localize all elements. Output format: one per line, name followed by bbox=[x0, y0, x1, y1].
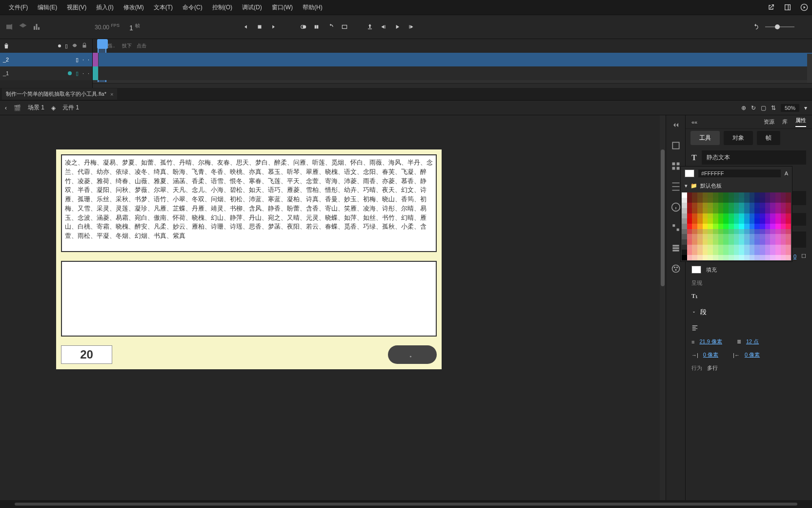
color-cell[interactable] bbox=[770, 255, 775, 260]
color-cell[interactable] bbox=[765, 224, 771, 229]
color-cell[interactable] bbox=[708, 208, 713, 213]
color-cell[interactable] bbox=[718, 255, 724, 260]
names-textbox[interactable]: 凌之、丹梅、凝易、梦夏、如蕾、孤竹、丹晴、尔梅、友春、思天、梦白、醉柔、问雁、听… bbox=[61, 154, 437, 252]
timeline-layer-2[interactable]: _1 ▯·· bbox=[0, 66, 92, 80]
color-cell[interactable] bbox=[739, 239, 744, 245]
color-cell[interactable] bbox=[739, 208, 744, 213]
color-cell[interactable] bbox=[703, 203, 708, 208]
color-cell[interactable] bbox=[739, 224, 744, 229]
color-cell[interactable] bbox=[682, 203, 687, 208]
color-cell[interactable] bbox=[682, 250, 687, 255]
color-cell[interactable] bbox=[786, 203, 791, 208]
color-cell[interactable] bbox=[760, 218, 765, 224]
color-cell[interactable] bbox=[703, 250, 708, 255]
color-cell[interactable] bbox=[786, 192, 791, 198]
section-paragraph[interactable]: 段 bbox=[686, 303, 812, 321]
lock-icon[interactable] bbox=[81, 42, 87, 49]
menu-window[interactable]: 窗口(W) bbox=[267, 3, 298, 12]
zoom-stepper-icon[interactable]: ⇅ bbox=[771, 105, 776, 111]
color-cell[interactable] bbox=[713, 224, 718, 229]
play-button-icon[interactable] bbox=[394, 23, 401, 30]
color-cell[interactable] bbox=[750, 213, 755, 219]
next-keyframe-icon[interactable] bbox=[270, 23, 277, 30]
timeline-frames[interactable]: 指.. 技下 点击 bbox=[93, 39, 812, 88]
color-cell[interactable] bbox=[775, 239, 781, 245]
color-cell[interactable] bbox=[775, 218, 781, 224]
color-cell[interactable] bbox=[760, 198, 765, 203]
color-cell[interactable] bbox=[786, 213, 791, 219]
color-cell[interactable] bbox=[687, 224, 692, 229]
color-cell[interactable] bbox=[744, 239, 750, 245]
color-cell[interactable] bbox=[723, 192, 729, 198]
outline-icon[interactable]: ▯ bbox=[65, 43, 68, 49]
color-cell[interactable] bbox=[687, 250, 692, 255]
color-cell[interactable] bbox=[697, 198, 703, 203]
dock-transform-icon[interactable] bbox=[671, 223, 681, 233]
color-cell[interactable] bbox=[750, 198, 755, 203]
color-cell[interactable] bbox=[781, 250, 786, 255]
camera-icon[interactable] bbox=[5, 22, 14, 31]
color-cell[interactable] bbox=[754, 198, 760, 203]
color-cell[interactable] bbox=[723, 213, 729, 219]
play-icon[interactable] bbox=[800, 3, 808, 11]
color-cell[interactable] bbox=[744, 218, 750, 224]
color-cell[interactable] bbox=[754, 250, 760, 255]
menu-debug[interactable]: 调试(D) bbox=[237, 3, 267, 12]
color-cell[interactable] bbox=[760, 224, 765, 229]
color-cell[interactable] bbox=[786, 218, 791, 224]
timeline-scrollbar[interactable] bbox=[93, 83, 812, 88]
color-cell[interactable] bbox=[734, 255, 739, 260]
color-cell[interactable] bbox=[770, 218, 775, 224]
stage-area[interactable]: 凌之、丹梅、凝易、梦夏、如蕾、孤竹、丹晴、尔梅、友春、思天、梦白、醉柔、问雁、听… bbox=[0, 115, 666, 508]
color-cell[interactable] bbox=[697, 203, 703, 208]
color-cell[interactable] bbox=[760, 234, 765, 239]
color-cell[interactable] bbox=[703, 234, 708, 239]
color-cell[interactable] bbox=[703, 192, 708, 198]
color-cell[interactable] bbox=[692, 229, 697, 234]
color-cell[interactable] bbox=[703, 208, 708, 213]
fit-icon[interactable] bbox=[800, 23, 807, 30]
color-cell[interactable] bbox=[765, 203, 771, 208]
auto-kern-checkbox[interactable]: ☐ bbox=[801, 253, 806, 259]
color-cell[interactable] bbox=[744, 255, 750, 260]
dock-align-icon[interactable] bbox=[671, 182, 681, 191]
color-cell[interactable] bbox=[729, 234, 734, 239]
stage-canvas[interactable]: 凌之、丹梅、凝易、梦夏、如蕾、孤竹、丹晴、尔梅、友春、思天、梦白、醉柔、问雁、听… bbox=[56, 149, 442, 369]
color-cell[interactable] bbox=[723, 218, 729, 224]
color-cell[interactable] bbox=[687, 213, 692, 219]
menu-text[interactable]: 文本(T) bbox=[149, 3, 178, 12]
menu-modify[interactable]: 修改(M) bbox=[119, 3, 149, 12]
color-cell[interactable] bbox=[723, 208, 729, 213]
color-cell[interactable] bbox=[692, 234, 697, 239]
color-cell[interactable] bbox=[703, 239, 708, 245]
color-cell[interactable] bbox=[765, 245, 771, 250]
color-cell[interactable] bbox=[750, 245, 755, 250]
color-cell[interactable] bbox=[775, 208, 781, 213]
color-cell[interactable] bbox=[775, 192, 781, 198]
color-cell[interactable] bbox=[786, 234, 791, 239]
va-value[interactable]: 0 bbox=[793, 254, 796, 259]
color-cell[interactable] bbox=[692, 224, 697, 229]
color-cell[interactable] bbox=[734, 203, 739, 208]
color-cell[interactable] bbox=[713, 234, 718, 239]
color-cell[interactable] bbox=[781, 224, 786, 229]
color-cell[interactable] bbox=[750, 234, 755, 239]
step-forward-icon[interactable] bbox=[407, 23, 414, 30]
color-cell[interactable] bbox=[781, 229, 786, 234]
color-cell[interactable] bbox=[765, 213, 771, 219]
dock-info-icon[interactable] bbox=[671, 202, 681, 212]
color-cell[interactable] bbox=[765, 208, 771, 213]
color-cell[interactable] bbox=[682, 208, 687, 213]
color-cell[interactable] bbox=[697, 250, 703, 255]
menu-insert[interactable]: 插入(I) bbox=[91, 3, 118, 12]
color-cell[interactable] bbox=[713, 218, 718, 224]
color-cell[interactable] bbox=[718, 208, 724, 213]
color-cell[interactable] bbox=[734, 224, 739, 229]
color-cell[interactable] bbox=[723, 203, 729, 208]
back-icon[interactable]: ‹ bbox=[5, 105, 7, 111]
color-cell[interactable] bbox=[713, 213, 718, 219]
color-cell[interactable] bbox=[729, 218, 734, 224]
close-icon[interactable]: × bbox=[110, 91, 113, 97]
panel-collapse-icon[interactable]: «« bbox=[691, 119, 697, 125]
loop-icon[interactable] bbox=[327, 23, 334, 30]
